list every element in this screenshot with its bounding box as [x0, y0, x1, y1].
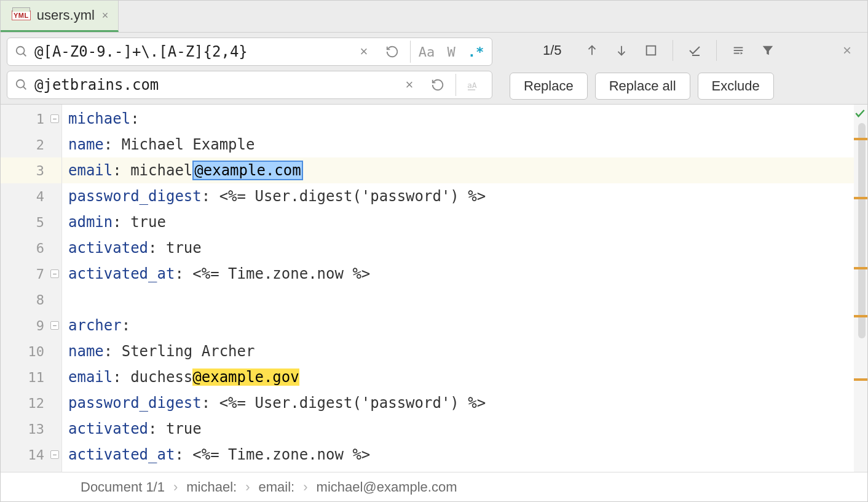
line-number: 11 — [1, 364, 61, 390]
line-number: 8 — [1, 287, 61, 313]
replace-history-icon[interactable] — [425, 73, 451, 97]
close-tab-icon[interactable]: × — [101, 9, 110, 22]
svg-line-10 — [23, 87, 26, 90]
breadcrumb-part[interactable]: email: — [259, 479, 295, 495]
match-count: 1/5 — [506, 42, 575, 58]
find-input[interactable] — [31, 43, 349, 60]
find-toolbar: 1/5 × — [497, 38, 867, 63]
line-number: 7− — [1, 261, 61, 287]
tab-bar: YML users.yml × — [1, 1, 867, 33]
breadcrumb-part[interactable]: michael@example.com — [317, 479, 457, 495]
code-line[interactable]: name: Sterling Archer — [62, 338, 867, 364]
code-line[interactable]: activated: true — [62, 235, 867, 261]
fold-icon[interactable]: − — [50, 114, 59, 123]
replace-button[interactable]: Replace — [510, 73, 588, 100]
regex-toggle[interactable]: .* — [465, 44, 487, 60]
occurrence-marker[interactable] — [854, 315, 867, 317]
svg-point-9 — [17, 80, 25, 88]
code-editor[interactable]: 1−234567−89−1011121314− michael: name: M… — [1, 105, 867, 472]
separator — [673, 40, 673, 61]
chevron-right-icon: › — [173, 479, 178, 495]
separator — [456, 74, 456, 96]
replace-all-button[interactable]: Replace all — [595, 73, 690, 100]
fold-icon[interactable]: − — [50, 269, 59, 278]
fold-icon[interactable]: − — [50, 450, 59, 459]
clear-find-icon[interactable]: × — [351, 39, 377, 64]
match-case-toggle[interactable]: Aa — [416, 44, 438, 60]
separator — [716, 40, 717, 61]
svg-point-0 — [17, 47, 25, 55]
replace-buttons: Replace Replace all Exclude — [497, 73, 867, 100]
code-line[interactable]: activated_at: <%= Time.zone.now %> — [62, 261, 867, 287]
find-input-container: × Aa W .* — [7, 38, 492, 66]
inspection-ok-icon — [854, 107, 866, 122]
code-line[interactable]: email: michael@example.com — [62, 157, 867, 183]
marker-strip — [854, 105, 867, 472]
preserve-case-icon[interactable]: aA — [461, 73, 487, 97]
yml-file-icon: YML — [12, 10, 31, 20]
search-icon — [15, 45, 28, 58]
close-find-icon[interactable]: × — [835, 42, 859, 59]
code-line[interactable] — [62, 287, 867, 313]
code-line[interactable]: admin: true — [62, 209, 867, 235]
file-tab[interactable]: YML users.yml × — [1, 1, 119, 32]
code-line[interactable]: archer: — [62, 313, 867, 338]
line-number: 5 — [1, 209, 61, 235]
filter-icon[interactable] — [755, 38, 781, 63]
line-number: 14− — [1, 442, 61, 468]
svg-line-1 — [23, 54, 26, 57]
code-line[interactable]: email: duchess@example.gov — [62, 364, 867, 390]
chevron-right-icon: › — [303, 479, 307, 495]
line-number: 12 — [1, 390, 61, 416]
line-number: 4 — [1, 183, 61, 209]
code-line[interactable]: activated: true — [62, 416, 867, 442]
breadcrumb-part[interactable]: michael: — [186, 479, 237, 495]
line-number: 3 — [1, 157, 61, 183]
fold-icon[interactable]: − — [50, 321, 59, 330]
prev-match-icon[interactable] — [579, 38, 605, 63]
code-line[interactable]: password_digest: <%= User.digest('passwo… — [62, 390, 867, 416]
breadcrumb-doc[interactable]: Document 1/1 — [81, 479, 165, 495]
svg-text:aA: aA — [467, 81, 477, 90]
find-replace-panel: × Aa W .* 1/5 × — [1, 33, 867, 105]
tab-filename: users.yml — [37, 7, 95, 23]
new-window-icon[interactable] — [682, 38, 708, 63]
separator — [410, 41, 411, 63]
line-number: 9− — [1, 313, 61, 338]
line-number: 6 — [1, 235, 61, 261]
code-line[interactable]: michael: — [62, 106, 867, 132]
replace-search-icon — [15, 78, 28, 92]
select-all-occurrences-icon[interactable] — [638, 38, 664, 63]
line-number: 13 — [1, 416, 61, 442]
replace-input[interactable] — [31, 76, 394, 94]
line-number: 1− — [1, 106, 61, 132]
next-match-icon[interactable] — [609, 38, 634, 63]
code-area[interactable]: michael: name: Michael Example email: mi… — [62, 105, 867, 472]
code-line[interactable]: name: Michael Example — [62, 132, 867, 157]
occurrence-marker[interactable] — [854, 267, 867, 269]
occurrence-marker[interactable] — [854, 378, 867, 381]
occurrence-marker[interactable] — [854, 138, 867, 140]
editor-window: YML users.yml × × Aa W .* 1/5 — [0, 0, 868, 502]
line-gutter: 1−234567−89−1011121314− — [1, 105, 62, 472]
occurrence-marker[interactable] — [854, 197, 867, 199]
whole-word-toggle[interactable]: W — [440, 44, 462, 60]
code-line[interactable]: password_digest: <%= User.digest('passwo… — [62, 183, 867, 209]
scrollbar-thumb[interactable] — [858, 123, 866, 338]
line-number: 2 — [1, 132, 61, 157]
chevron-right-icon: › — [245, 479, 250, 495]
breadcrumb: Document 1/1 › michael: › email: › micha… — [1, 472, 867, 501]
code-line[interactable]: activated_at: <%= Time.zone.now %> — [62, 442, 867, 468]
clear-replace-icon[interactable]: × — [397, 73, 422, 97]
replace-input-container: × aA — [7, 71, 492, 99]
history-icon[interactable] — [379, 39, 405, 64]
line-number: 10 — [1, 338, 61, 364]
settings-icon[interactable] — [725, 38, 751, 63]
exclude-button[interactable]: Exclude — [698, 73, 774, 100]
svg-rect-4 — [646, 46, 655, 55]
